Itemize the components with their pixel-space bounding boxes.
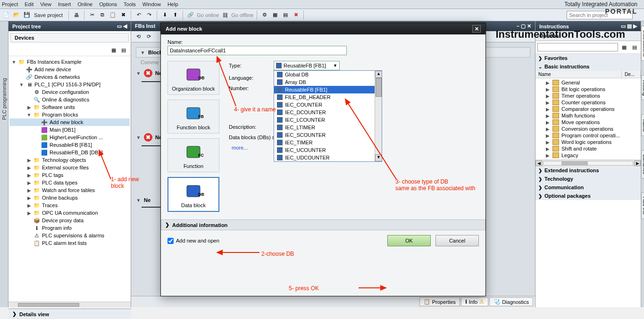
devices-tab[interactable]: Devices bbox=[10, 33, 129, 42]
instr-group-11[interactable]: ▶Legacy bbox=[535, 152, 641, 159]
tree-item-13[interactable]: ▶📁Technology objects bbox=[9, 156, 130, 164]
more-link[interactable]: more... bbox=[232, 145, 248, 151]
dialog-titlebar[interactable]: Add new block ✕ bbox=[161, 23, 485, 34]
dropdown-item-1[interactable]: Array DB bbox=[274, 78, 382, 86]
gutter-plc-programming[interactable]: PLC programming bbox=[1, 78, 7, 120]
tree-item-21[interactable]: 📦Device proxy data bbox=[9, 217, 130, 224]
vtab-testing[interactable]: Testing bbox=[641, 75, 644, 100]
add-open-checkbox[interactable]: Add new and open bbox=[167, 238, 219, 244]
dropdown-item-3[interactable]: FILE_DB_HEADER bbox=[274, 93, 382, 101]
instr-group-3[interactable]: ▶Counter operations bbox=[535, 99, 641, 106]
instr-group-0[interactable]: ▶General bbox=[535, 79, 641, 86]
menu-insert[interactable]: Insert bbox=[58, 1, 71, 7]
extended-section[interactable]: ❯Extended instructions bbox=[535, 166, 641, 175]
dropdown-item-8[interactable]: IEC_SCOUNTER bbox=[274, 131, 382, 139]
instr-group-8[interactable]: ▶Program control operati... bbox=[535, 132, 641, 139]
tree-item-11[interactable]: 🟦ReusableFB [FB1] bbox=[9, 141, 130, 149]
stop-icon[interactable]: ✖ bbox=[292, 11, 300, 19]
dropdown-item-4[interactable]: IEC_COUNTER bbox=[274, 101, 382, 109]
tree-item-8[interactable]: ➕Add new block bbox=[9, 118, 130, 126]
tool-icon-1[interactable]: ⚙ bbox=[260, 11, 269, 19]
additional-info-section[interactable]: ❯Additional information bbox=[161, 219, 485, 230]
panel-options-icon[interactable]: ▤ bbox=[627, 23, 632, 29]
diagnostics-tab[interactable]: 🩺 Diagnostics bbox=[489, 297, 533, 306]
favorites-section[interactable]: ❯Favorites bbox=[535, 54, 641, 62]
tree-expand-icon[interactable]: ▤ bbox=[119, 46, 128, 54]
editor-tab[interactable]: FBs Inst bbox=[135, 23, 155, 29]
new-project-icon[interactable]: 📄 bbox=[2, 11, 10, 19]
technology-section[interactable]: ❯Technology bbox=[535, 175, 641, 183]
tree-item-22[interactable]: ℹProgram info bbox=[9, 224, 130, 232]
vtab-libraries[interactable]: Libraries bbox=[641, 150, 644, 178]
panel-collapse-icon[interactable]: ◀ bbox=[123, 23, 127, 29]
go-offline-icon[interactable]: ⛓ bbox=[221, 11, 229, 19]
menu-online[interactable]: Online bbox=[77, 1, 92, 7]
instr-group-2[interactable]: ▶Timer operations bbox=[535, 92, 641, 99]
open-project-icon[interactable]: 📂 bbox=[12, 11, 21, 19]
dropdown-item-11[interactable]: IEC_UDCOUNTER bbox=[274, 154, 382, 161]
dropdown-item-9[interactable]: IEC_TIMER bbox=[274, 139, 382, 146]
vtab-instructions[interactable]: Instructions bbox=[641, 26, 644, 61]
panel-collapse-icon[interactable]: ▶ bbox=[633, 23, 637, 29]
print-icon[interactable]: 🖶 bbox=[72, 11, 81, 19]
dropdown-item-2[interactable]: ReusableFB [FB1] bbox=[274, 86, 382, 93]
paste-icon[interactable]: 📋 bbox=[109, 11, 117, 19]
dropdown-scrollbar[interactable]: ▲▼ bbox=[375, 71, 382, 161]
block-type-fc[interactable]: FCFunction bbox=[167, 138, 219, 172]
optional-section[interactable]: ❯Optional packages bbox=[535, 192, 641, 200]
tool-icon-2[interactable]: ▦ bbox=[271, 11, 279, 19]
block-type-ob[interactable]: OBOrganization block bbox=[167, 61, 219, 95]
tree-hscrollbar[interactable] bbox=[8, 302, 131, 307]
copy-icon[interactable]: ⧉ bbox=[98, 11, 107, 19]
tree-item-0[interactable]: ▼📁FBs Instances Example bbox=[9, 58, 130, 66]
cancel-button[interactable]: Cancel bbox=[435, 235, 479, 246]
dropdown-item-7[interactable]: IEC_LTIMER bbox=[274, 124, 382, 131]
tree-item-9[interactable]: 🟪Main [OB1] bbox=[9, 126, 130, 134]
filter-input[interactable] bbox=[537, 43, 618, 51]
tree-item-16[interactable]: ▶📁PLC data types bbox=[9, 179, 130, 186]
menu-help[interactable]: Help bbox=[167, 1, 178, 7]
type-combo[interactable]: ReusableFB [FB1] ▼ Global DBArray DBReus… bbox=[274, 61, 340, 70]
details-view[interactable]: ❯Details view bbox=[8, 309, 131, 319]
menu-options[interactable]: Options bbox=[99, 1, 117, 7]
type-dropdown[interactable]: Global DBArray DBReusableFB [FB1]FILE_DB… bbox=[274, 70, 382, 162]
tree-item-12[interactable]: 🟦ReusableFB_DB [DB1] bbox=[9, 149, 130, 156]
add-open-check[interactable] bbox=[167, 238, 174, 244]
download-icon[interactable]: ⬇ bbox=[160, 11, 169, 19]
menu-view[interactable]: View bbox=[40, 1, 51, 7]
tree-item-15[interactable]: ▶📁PLC tags bbox=[9, 171, 130, 179]
tree-item-19[interactable]: ▶📁Traces bbox=[9, 201, 130, 209]
vtab-tasks[interactable]: Tasks bbox=[641, 114, 644, 136]
opt-icon-1[interactable]: ▦ bbox=[620, 43, 628, 51]
tree-item-3[interactable]: ▼🖥PLC_1 [CPU 1516-3 PN/DP] bbox=[9, 81, 130, 88]
tree-item-14[interactable]: ▶📁External source files bbox=[9, 164, 130, 171]
dropdown-item-6[interactable]: IEC_LCOUNTER bbox=[274, 116, 382, 124]
instr-group-4[interactable]: ▶Comparator operations bbox=[535, 106, 641, 112]
tree-item-7[interactable]: ▼📁Program blocks bbox=[9, 111, 130, 118]
col-desc[interactable]: De... bbox=[622, 71, 641, 78]
go-online-button[interactable]: Go online bbox=[197, 12, 219, 18]
tree-item-4[interactable]: ⚙Device configuration bbox=[9, 88, 130, 96]
ok-button[interactable]: OK bbox=[387, 235, 431, 246]
instr-group-5[interactable]: ▶Math functions bbox=[535, 112, 641, 119]
project-tree[interactable]: ▼📁FBs Instances Example➕Add new device🔗D… bbox=[8, 56, 131, 302]
tree-item-17[interactable]: ▶📁Watch and force tables bbox=[9, 186, 130, 194]
communication-section[interactable]: ❯Communication bbox=[535, 183, 641, 192]
editor-tool-icon2[interactable]: ⟳ bbox=[144, 33, 153, 41]
dropdown-item-5[interactable]: IEC_DCOUNTER bbox=[274, 109, 382, 116]
instr-group-7[interactable]: ▶Conversion operations bbox=[535, 126, 641, 132]
menu-tools[interactable]: Tools bbox=[124, 1, 136, 7]
instruction-list[interactable]: ▶General▶Bit logic operations▶Timer oper… bbox=[535, 78, 641, 160]
panel-pin-icon[interactable]: ▭ bbox=[117, 23, 122, 29]
properties-tab[interactable]: 📋 Properties bbox=[419, 297, 460, 306]
go-offline-button[interactable]: Go offline bbox=[231, 12, 253, 18]
block-name-input[interactable] bbox=[167, 46, 347, 55]
close-icon[interactable]: ✕ bbox=[472, 25, 481, 33]
opt-icon-2[interactable]: ▤ bbox=[630, 43, 639, 51]
instr-group-9[interactable]: ▶Word logic operations bbox=[535, 139, 641, 145]
instr-hscrollbar[interactable]: ◀▶ bbox=[535, 160, 641, 166]
tree-item-23[interactable]: ⚠PLC supervisions & alarms bbox=[9, 232, 130, 239]
undo-icon[interactable]: ↶ bbox=[134, 11, 143, 19]
save-project-button[interactable]: Save project bbox=[34, 12, 63, 18]
basic-instructions-section[interactable]: ⌄Basic instructions bbox=[535, 62, 641, 71]
